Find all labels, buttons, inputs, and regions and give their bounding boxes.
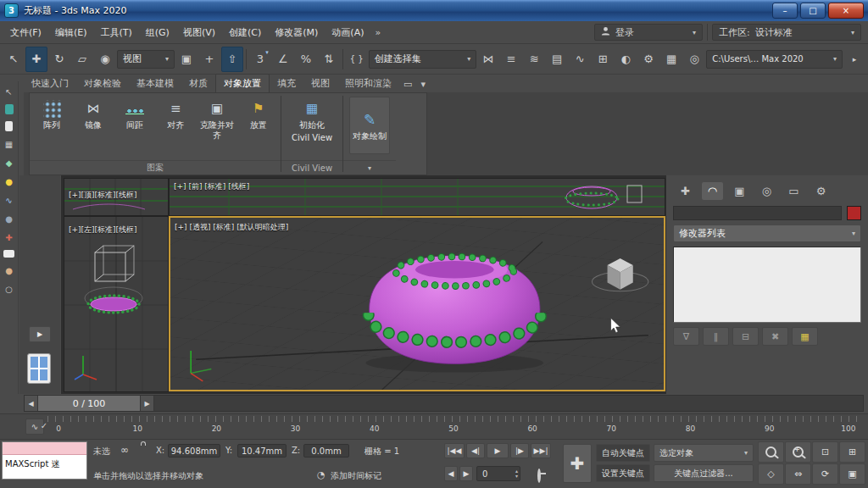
schematic-view-icon[interactable]: ⊞ bbox=[592, 47, 614, 72]
maximize-button[interactable]: □ bbox=[800, 3, 826, 19]
menu-views[interactable]: 视图(V) bbox=[176, 21, 222, 43]
viewport-perspective-active[interactable]: [+] [透视] [标准] [默认明暗处理] bbox=[169, 216, 665, 391]
minimize-button[interactable]: – bbox=[772, 3, 798, 19]
group-label-civil-view[interactable]: Civil View bbox=[281, 160, 342, 175]
show-end-result-icon[interactable]: ‖ bbox=[703, 327, 729, 346]
object-name-field[interactable] bbox=[673, 206, 842, 220]
select-and-scale-icon[interactable]: ▱ bbox=[71, 47, 93, 72]
wirecolor-swatch[interactable] bbox=[847, 206, 861, 220]
project-folder-dropdown[interactable]: C:\Users\… Max 2020 ▾ bbox=[706, 50, 843, 69]
tab-object-check[interactable]: 对象检验 bbox=[76, 75, 129, 92]
viewport-label[interactable]: [+] [前] [标准] [线框] bbox=[174, 181, 249, 192]
field-of-view-icon[interactable]: ◇ bbox=[758, 463, 784, 485]
current-frame-field[interactable]: 0 ▴▾ bbox=[476, 466, 520, 481]
previous-frame-icon[interactable]: ◀| bbox=[466, 443, 485, 458]
tab-get-started[interactable]: 快速入门 bbox=[24, 75, 76, 92]
y-coord-field[interactable]: 10.47mm bbox=[237, 444, 287, 458]
spacing-tool[interactable]: 间距 bbox=[114, 97, 155, 130]
z-coord-field[interactable]: 0.0mm bbox=[303, 444, 349, 458]
rendered-frame-icon[interactable]: ▦ bbox=[660, 47, 682, 72]
render-production-icon[interactable]: ◎ bbox=[683, 47, 705, 72]
go-to-end-icon[interactable]: ▶▶| bbox=[531, 443, 551, 458]
select-and-manipulate-icon[interactable]: + bbox=[198, 47, 220, 72]
motion-tab-icon[interactable]: ◎ bbox=[756, 182, 777, 200]
array-tool[interactable]: 阵列 bbox=[31, 97, 73, 130]
edit-named-selections-icon[interactable]: { } bbox=[346, 47, 368, 72]
configure-modifier-sets-icon[interactable]: ▦ bbox=[792, 327, 818, 346]
align-tool[interactable]: ≡ 对齐 bbox=[155, 97, 197, 130]
key-mode-toggle-icon[interactable] bbox=[537, 470, 548, 481]
percent-snap-icon[interactable]: % bbox=[295, 47, 317, 72]
menu-create[interactable]: 创建(C) bbox=[222, 21, 268, 43]
utilities-tab-icon[interactable]: ⚙ bbox=[810, 182, 832, 200]
named-selection-set-dropdown[interactable]: 创建选择集 ▾ bbox=[369, 50, 476, 69]
next-key-icon[interactable]: ▶ bbox=[459, 466, 473, 481]
viewport-front[interactable]: [+] [前] [标准] [线框] bbox=[169, 178, 665, 216]
pin-stack-icon[interactable]: ∇ bbox=[673, 327, 699, 346]
left-toolbar-icon[interactable]: ● bbox=[3, 175, 15, 187]
reference-coordinate-dropdown[interactable]: 视图 ▾ bbox=[117, 50, 175, 69]
layout-tabs-expand-button[interactable]: ▶ bbox=[29, 326, 51, 342]
remove-modifier-icon[interactable]: ✖ bbox=[762, 327, 788, 346]
menu-animation[interactable]: 动画(A) bbox=[325, 21, 370, 43]
menu-modifiers[interactable]: 修改器(M) bbox=[268, 21, 325, 43]
create-tab-icon[interactable]: ✚ bbox=[675, 182, 696, 200]
viewport-top[interactable]: [+][顶][标准][线框] bbox=[64, 178, 169, 216]
menu-tools[interactable]: 工具(T) bbox=[93, 21, 138, 43]
left-toolbar-icon[interactable]: ↖ bbox=[3, 86, 15, 97]
left-toolbar-icon[interactable]: ▦ bbox=[3, 138, 15, 150]
group-label-pattern[interactable]: 图案 bbox=[30, 160, 281, 175]
make-unique-icon[interactable]: ⊟ bbox=[732, 327, 759, 346]
zoom-icon[interactable] bbox=[758, 441, 784, 463]
tab-views[interactable]: 视图 bbox=[303, 75, 337, 92]
left-toolbar-icon[interactable]: ∿ bbox=[3, 194, 15, 206]
snap-toggle-3d-icon[interactable]: 3▾ bbox=[249, 47, 271, 72]
left-toolbar-icon[interactable]: ○ bbox=[3, 283, 15, 295]
menu-edit[interactable]: 编辑(E) bbox=[48, 21, 94, 43]
tab-populate[interactable]: 填充 bbox=[270, 75, 303, 92]
zoom-all-icon[interactable] bbox=[785, 441, 811, 463]
left-toolbar-icon[interactable]: ◆ bbox=[3, 157, 15, 169]
material-editor-icon[interactable]: ◐ bbox=[615, 47, 637, 72]
macro-recorder-pane[interactable] bbox=[3, 442, 86, 455]
left-toolbar-icon[interactable] bbox=[5, 121, 13, 131]
previous-key-icon[interactable]: ◀ bbox=[444, 466, 458, 481]
mirror-tool[interactable]: ⋈ 镜像 bbox=[73, 97, 114, 130]
display-tab-icon[interactable]: ▭ bbox=[783, 182, 804, 200]
add-time-tag[interactable]: 添加时间标记 bbox=[331, 470, 381, 482]
toolbar-overflow-icon[interactable]: ▸ bbox=[843, 47, 865, 72]
left-toolbar-icon[interactable] bbox=[5, 104, 14, 114]
viewport-label[interactable]: [+][顶][标准][线框] bbox=[69, 190, 137, 201]
viewport-left[interactable]: [+][左][标准][线框] bbox=[64, 216, 169, 392]
key-filter-dropdown[interactable]: 选定对象 ▾ bbox=[654, 444, 754, 462]
clone-align-tool[interactable]: ▣ 克隆并对齐 bbox=[197, 97, 238, 141]
set-key-button[interactable]: 设置关键点 bbox=[596, 464, 650, 482]
timeline-ruler[interactable]: 010 2030 4050 6070 8090 100 bbox=[47, 416, 860, 438]
time-slider-groove[interactable] bbox=[154, 396, 863, 411]
align-icon[interactable]: ≡ bbox=[500, 47, 522, 72]
frame-spinner[interactable]: ▴▾ bbox=[515, 469, 520, 479]
init-civil-view-tool[interactable]: ▦ 初始化 Civil View bbox=[284, 97, 340, 143]
zoom-extents-icon[interactable]: ⊡ bbox=[812, 441, 838, 463]
hierarchy-tab-icon[interactable]: ▣ bbox=[729, 182, 750, 200]
viewport-label[interactable]: [+] [透视] [标准] [默认明暗处理] bbox=[175, 222, 288, 233]
zoom-extents-all-icon[interactable]: ⊞ bbox=[839, 441, 865, 463]
ribbon-minimize-caret-icon[interactable]: ▾ bbox=[416, 76, 430, 92]
go-to-start-icon[interactable]: |◀◀ bbox=[444, 443, 465, 458]
left-toolbar-icon[interactable]: ● bbox=[3, 264, 15, 276]
time-slider-prev-icon[interactable]: ◀ bbox=[25, 396, 38, 411]
use-pivot-center-icon[interactable]: ▣ bbox=[175, 47, 198, 72]
auto-key-button[interactable]: 自动关键点 bbox=[596, 444, 650, 462]
viewport-label[interactable]: [+][左][标准][线框] bbox=[69, 225, 137, 236]
modifier-stack-list[interactable] bbox=[673, 247, 861, 323]
spinner-snap-icon[interactable]: ⇅ bbox=[318, 47, 340, 72]
tab-basic-modeling[interactable]: 基本建模 bbox=[129, 75, 181, 92]
left-toolbar-icon[interactable]: ● bbox=[3, 213, 15, 225]
menu-group[interactable]: 组(G) bbox=[139, 21, 176, 43]
angle-snap-icon[interactable]: ∠ bbox=[272, 47, 294, 72]
left-toolbar-icon[interactable] bbox=[3, 250, 14, 258]
selection-link-icon[interactable]: ∞ bbox=[120, 444, 129, 456]
close-button[interactable]: × bbox=[828, 3, 864, 19]
tab-lighting-rendering[interactable]: 照明和渲染 bbox=[337, 75, 399, 92]
maximize-viewport-toggle-icon[interactable]: ▣ bbox=[839, 463, 865, 485]
